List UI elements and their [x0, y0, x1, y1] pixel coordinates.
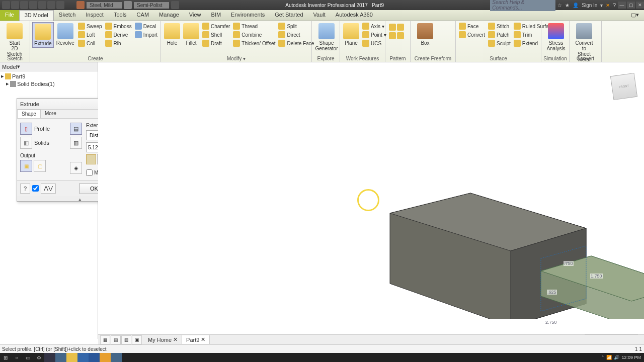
split-button[interactable]: Split	[277, 22, 315, 30]
output-surface-button[interactable]: ▢	[34, 160, 46, 172]
loft-button[interactable]: Loft	[77, 31, 103, 39]
tab-cam[interactable]: CAM	[132, 10, 154, 21]
close-button[interactable]: ✕	[636, 2, 644, 9]
sweep-button[interactable]: Sweep	[77, 22, 103, 30]
qat-save-icon[interactable]	[20, 1, 28, 9]
tab-view[interactable]: View	[184, 10, 206, 21]
tab-tools[interactable]: Tools	[109, 10, 132, 21]
star-icon[interactable]: ☆	[557, 3, 562, 8]
revolve-button[interactable]: Revolve	[55, 22, 76, 48]
profile-select-button[interactable]: ▯	[20, 123, 32, 135]
view-cube[interactable]: FRONT	[610, 73, 637, 100]
tree-solid-bodies[interactable]: ▸Solid Bodies(1)	[1, 80, 97, 87]
tab-sketch[interactable]: Sketch	[54, 10, 81, 21]
layout-1-icon[interactable]: ▦	[100, 335, 110, 344]
emboss-button[interactable]: Emboss	[104, 22, 133, 30]
match-shape-input[interactable]	[86, 169, 93, 176]
3d-viewport[interactable]: FRONT .750 1.750 .625 2.750 ↔ ▸ Profile	[98, 62, 644, 337]
tray-up-icon[interactable]: ˄	[602, 355, 604, 360]
layout-2-icon[interactable]: ▤	[111, 335, 121, 344]
circ-pattern-icon[interactable]	[397, 24, 404, 31]
sign-in-link[interactable]: Sign In	[582, 3, 597, 8]
output-solid-button[interactable]: ▣	[20, 160, 32, 172]
chrome2-icon[interactable]	[111, 353, 122, 362]
tab-bim[interactable]: BIM	[206, 10, 226, 21]
tab-3d-model[interactable]: 3D Model	[19, 10, 54, 21]
derive-button[interactable]: Derive	[104, 31, 133, 39]
direct-button[interactable]: Direct	[277, 31, 315, 39]
rect-pattern-icon[interactable]	[389, 24, 396, 31]
close-tab-icon[interactable]: ✕	[173, 336, 178, 343]
outlook-icon[interactable]	[77, 353, 89, 362]
tab-my-home[interactable]: My Home✕	[144, 335, 182, 344]
fx-icon[interactable]	[171, 1, 179, 9]
shape-generator-button[interactable]: Shape Generator	[314, 22, 339, 52]
maximize-button[interactable]: ▢	[627, 2, 635, 9]
tab-manage[interactable]: Manage	[154, 10, 184, 21]
dialog-preview-checkbox[interactable]	[32, 185, 39, 192]
point-button[interactable]: Point ▾	[361, 31, 387, 39]
axis-button[interactable]: Axis ▾	[361, 22, 387, 30]
dialog-tab-shape[interactable]: Shape	[17, 110, 41, 118]
extrude-button[interactable]: Extrude	[32, 22, 54, 48]
file-tab[interactable]: File	[0, 10, 19, 21]
dialog-and-button[interactable]: ⋀⋁	[41, 184, 56, 194]
op-join-button[interactable]: ▤	[70, 123, 82, 135]
ucs-button[interactable]: UCS	[361, 39, 387, 47]
appearance-dropdown[interactable]: Semi-Polist	[134, 2, 169, 9]
pattern-icon[interactable]	[397, 32, 404, 39]
layout-4-icon[interactable]: ▣	[132, 335, 142, 344]
decal-button[interactable]: Decal	[134, 22, 158, 30]
user-icon[interactable]: 👤	[573, 3, 579, 8]
face-button[interactable]: Face	[458, 22, 486, 30]
rib-button[interactable]: Rib	[104, 39, 133, 47]
volume-icon[interactable]: 🔊	[614, 355, 619, 360]
dialog-help-icon[interactable]: ?	[20, 184, 30, 194]
thicken-button[interactable]: Thicken/ Offset	[232, 39, 276, 47]
chrome-icon[interactable]	[55, 353, 66, 362]
material-icon[interactable]	[76, 1, 85, 9]
delete-face-button[interactable]: Delete Face	[277, 39, 315, 47]
sculpt-button[interactable]: Sculpt	[487, 39, 512, 47]
op-cut-button[interactable]: ▥	[70, 137, 82, 149]
direction-1-button[interactable]	[86, 154, 96, 164]
combine-button[interactable]: Combine	[232, 31, 276, 39]
box-button[interactable]: Box	[413, 22, 438, 47]
plane-button[interactable]: Plane	[342, 22, 360, 47]
qat-home-icon[interactable]	[47, 1, 55, 9]
thread-button[interactable]: Thread	[232, 22, 276, 30]
close-tab-icon[interactable]: ✕	[201, 336, 205, 343]
qat-new-icon[interactable]	[2, 1, 10, 9]
tab-vault[interactable]: Vault	[308, 10, 331, 21]
qat-undo-icon[interactable]	[29, 1, 37, 9]
settings-icon[interactable]: ⚙	[33, 353, 44, 362]
import-button[interactable]: Import	[134, 31, 158, 39]
fillet-button[interactable]: Fillet	[182, 22, 200, 47]
dialog-tab-more[interactable]: More	[41, 110, 60, 118]
hole-button[interactable]: Hole	[163, 22, 181, 47]
mirror-icon[interactable]	[389, 32, 396, 39]
op-intersect-button[interactable]: ◈	[70, 162, 82, 174]
help-search-input[interactable]: Search Help & Commands...	[490, 0, 555, 11]
inventor-icon[interactable]	[100, 353, 111, 362]
tab-get-started[interactable]: Get Started	[270, 10, 308, 21]
tab-environments[interactable]: Environments	[226, 10, 270, 21]
task-view-icon[interactable]: ▭	[22, 353, 33, 362]
stitch-button[interactable]: Stitch	[487, 22, 512, 30]
word-icon[interactable]	[89, 353, 100, 362]
tab-part9[interactable]: Part9✕	[182, 335, 210, 344]
patch-button[interactable]: Patch	[487, 31, 512, 39]
wifi-icon[interactable]: 📶	[606, 355, 612, 360]
shell-button[interactable]: Shell	[201, 31, 231, 39]
tab-a360[interactable]: Autodesk A360	[331, 10, 378, 21]
chevron-down-icon[interactable]: ▾	[600, 3, 603, 8]
material-dropdown[interactable]: Steel, Mild	[87, 2, 122, 9]
start-icon[interactable]: ⊞	[0, 353, 11, 362]
coil-button[interactable]: Coil	[77, 39, 103, 47]
browser-header[interactable]: Model ▾	[0, 62, 98, 71]
help-icon[interactable]: ?	[613, 3, 616, 8]
chamfer-button[interactable]: Chamfer	[201, 22, 231, 30]
qat-redo-icon[interactable]	[38, 1, 46, 9]
obs-icon[interactable]	[122, 353, 133, 362]
qat-open-icon[interactable]	[11, 1, 19, 9]
